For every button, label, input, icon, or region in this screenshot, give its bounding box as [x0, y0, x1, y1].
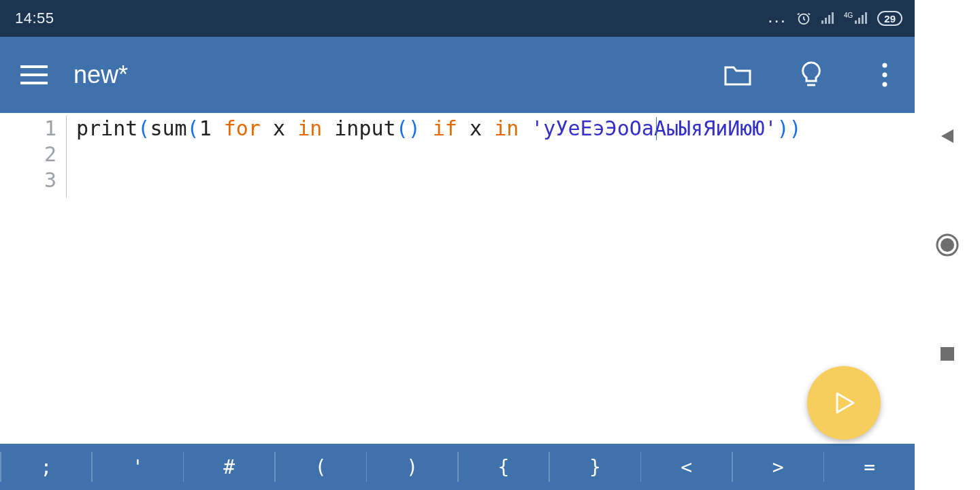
symbol-bar: ; ' # ( ) { } < > = — [0, 444, 915, 490]
symbol-key[interactable]: { — [459, 444, 549, 490]
code-line[interactable] — [76, 167, 915, 193]
symbol-key[interactable]: ) — [367, 444, 457, 490]
symbol-key[interactable]: = — [824, 444, 915, 490]
signal-icon — [821, 12, 834, 24]
svg-point-3 — [883, 82, 887, 87]
overflow-menu-icon[interactable] — [867, 57, 902, 93]
symbol-key[interactable]: ( — [276, 444, 366, 490]
nav-back-icon[interactable] — [934, 122, 961, 150]
status-bar: 14:55 ... 4G 29 — [0, 0, 915, 37]
text-caret — [656, 117, 657, 140]
battery-indicator: 29 — [877, 11, 902, 26]
code-area[interactable]: print(sum(1 for x in input() if x in 'уУ… — [67, 116, 915, 444]
run-button[interactable] — [807, 366, 881, 440]
bulb-icon[interactable] — [794, 57, 829, 93]
more-dots-icon: ... — [768, 14, 787, 23]
signal-4g-icon: 4G — [844, 12, 868, 24]
svg-point-5 — [941, 238, 954, 252]
line-number: 2 — [0, 142, 56, 167]
symbol-key[interactable]: # — [184, 444, 274, 490]
status-icons: ... 4G 29 — [768, 11, 902, 26]
nav-recents-icon[interactable] — [934, 340, 961, 368]
symbol-key[interactable]: ; — [1, 444, 92, 490]
symbol-key[interactable]: } — [550, 444, 640, 490]
alarm-icon — [796, 11, 811, 26]
symbol-key[interactable]: < — [641, 444, 732, 490]
line-gutter: 1 2 3 — [0, 116, 67, 197]
line-number: 1 — [0, 116, 56, 142]
app-toolbar: new* — [0, 37, 915, 113]
code-editor[interactable]: 1 2 3 print(sum(1 for x in input() if x … — [0, 113, 915, 444]
svg-point-2 — [883, 73, 887, 78]
symbol-key[interactable]: > — [733, 444, 823, 490]
status-time: 14:55 — [15, 10, 54, 27]
menu-icon[interactable] — [19, 60, 49, 90]
file-title: new* — [74, 61, 128, 89]
system-nav — [915, 0, 980, 490]
code-line[interactable]: print(sum(1 for x in input() if x in 'уУ… — [76, 116, 915, 142]
code-line[interactable] — [76, 142, 915, 167]
folder-icon[interactable] — [720, 57, 755, 93]
svg-point-1 — [883, 63, 887, 68]
symbol-key[interactable]: ' — [93, 444, 183, 490]
nav-home-icon[interactable] — [934, 231, 961, 259]
svg-rect-6 — [941, 347, 954, 361]
line-number: 3 — [0, 167, 56, 193]
